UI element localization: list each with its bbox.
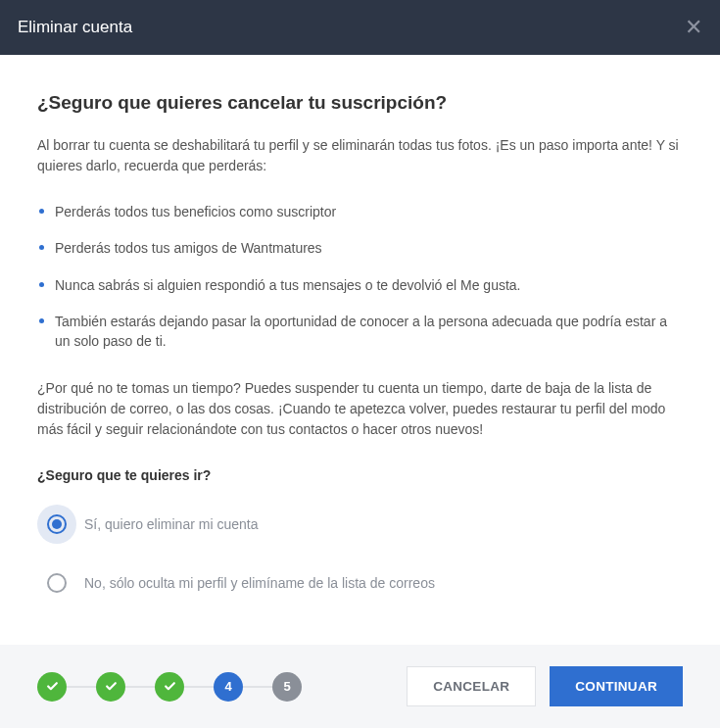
dialog-title: Eliminar cuenta: [18, 18, 132, 37]
radio-label: Sí, quiero eliminar mi cuenta: [84, 516, 258, 532]
mid-text: ¿Por qué no te tomas un tiempo? Puedes s…: [37, 378, 683, 440]
bullet-list: Perderás todos tus beneficios como suscr…: [37, 202, 683, 351]
step-connector: [184, 686, 214, 688]
check-icon: [46, 680, 59, 693]
step-4-current: 4: [214, 672, 243, 702]
continue-button[interactable]: CONTINUAR: [550, 666, 683, 706]
cancel-button[interactable]: CANCELAR: [407, 666, 536, 706]
step-2-done: [96, 672, 125, 702]
radio-label: No, sólo oculta mi perfil y elimíname de…: [84, 575, 435, 591]
step-label: 5: [283, 679, 290, 694]
intro-text: Al borrar tu cuenta se deshabilitará tu …: [37, 135, 683, 176]
radio-icon: [37, 505, 76, 544]
radio-option-delete[interactable]: Sí, quiero eliminar mi cuenta: [37, 505, 683, 544]
radio-option-hide[interactable]: No, sólo oculta mi perfil y elimíname de…: [37, 563, 683, 603]
close-icon[interactable]: ✕: [685, 17, 702, 38]
dialog-content: ¿Seguro que quieres cancelar tu suscripc…: [0, 55, 720, 652]
radio-group: Sí, quiero eliminar mi cuenta No, sólo o…: [37, 505, 683, 603]
button-group: CANCELAR CONTINUAR: [407, 666, 683, 706]
list-item: Perderás todos tus amigos de Wantmatures: [37, 238, 683, 258]
step-connector: [125, 686, 155, 688]
check-icon: [105, 680, 118, 693]
step-indicator: 4 5: [37, 672, 302, 702]
step-3-done: [155, 672, 184, 702]
dialog-footer: 4 5 CANCELAR CONTINUAR: [0, 645, 720, 728]
check-icon: [164, 680, 176, 693]
step-connector: [67, 686, 96, 688]
list-item: Nunca sabrás si alguien respondió a tus …: [37, 275, 683, 295]
step-1-done: [37, 672, 67, 702]
dialog-header: Eliminar cuenta ✕: [0, 0, 720, 55]
step-5-future: 5: [272, 672, 302, 702]
list-item: También estarás dejando pasar la oportun…: [37, 312, 683, 352]
step-label: 4: [224, 679, 231, 694]
radio-icon: [37, 563, 76, 603]
confirmation-question: ¿Seguro que te quieres ir?: [37, 467, 683, 483]
step-connector: [243, 686, 272, 688]
content-heading: ¿Seguro que quieres cancelar tu suscripc…: [37, 92, 683, 114]
list-item: Perderás todos tus beneficios como suscr…: [37, 202, 683, 221]
